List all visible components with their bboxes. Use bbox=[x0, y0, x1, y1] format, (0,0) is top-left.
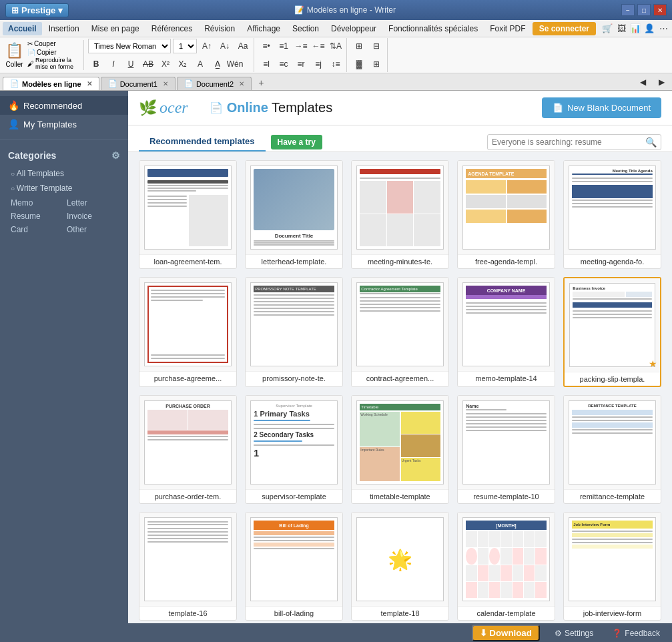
restore-button[interactable]: □ bbox=[637, 4, 651, 16]
bold-btn[interactable]: B bbox=[88, 56, 104, 72]
outdent-btn[interactable]: ←≡ bbox=[310, 38, 326, 54]
bullet-list-btn[interactable]: ≡• bbox=[258, 38, 274, 54]
insert-table-btn[interactable]: ⊟ bbox=[368, 38, 384, 54]
template-card-9[interactable]: Business Invoice bbox=[563, 277, 661, 387]
menu-affichage[interactable]: Affichage bbox=[242, 22, 286, 35]
menu-fonctionnalites[interactable]: Fonctionnalités spéciales bbox=[383, 22, 483, 35]
tab-scroll-right[interactable]: ▶ bbox=[653, 74, 669, 90]
template-card-8[interactable]: COMPANY NAME memo-template-14 bbox=[457, 277, 555, 387]
sub-resume[interactable]: Resume bbox=[11, 210, 61, 222]
underline-btn[interactable]: U bbox=[123, 56, 139, 72]
tab-recommended-templates[interactable]: Recommended templates bbox=[139, 132, 266, 151]
shading-btn[interactable]: ▓ bbox=[351, 56, 367, 72]
minimize-button[interactable]: − bbox=[621, 4, 635, 16]
italic-btn[interactable]: I bbox=[105, 56, 121, 72]
tab-close-1[interactable]: ✕ bbox=[87, 80, 92, 87]
font-selector[interactable]: Times New Roman bbox=[88, 39, 171, 53]
menu-developpeur[interactable]: Développeur bbox=[326, 22, 382, 35]
person-icon[interactable]: 👤 bbox=[643, 23, 655, 35]
superscript-btn[interactable]: X² bbox=[157, 56, 174, 72]
template-card-6[interactable]: PROMISSORY NOTE TEMPLATE bbox=[245, 277, 343, 387]
sort-btn[interactable]: ⇅A bbox=[328, 38, 344, 54]
template-card-16[interactable]: Bill of Lading bill-of-lading bbox=[245, 512, 343, 621]
template-grid-container[interactable]: loan-agreement-tem. Document Title bbox=[128, 152, 672, 623]
menu-insertion[interactable]: Insertion bbox=[43, 22, 85, 35]
sub-invoice[interactable]: Invoice bbox=[67, 210, 117, 222]
template-card-13[interactable]: Name resume-templat bbox=[457, 395, 555, 504]
template-card-14[interactable]: REMITTANCE TEMPLATE remittance-tem bbox=[563, 395, 661, 504]
close-button[interactable]: ✕ bbox=[653, 4, 667, 16]
more-icon[interactable]: ⋯ bbox=[657, 23, 669, 35]
tab-close-3[interactable]: ✕ bbox=[239, 80, 244, 87]
sidebar-item-my-templates[interactable]: 👤 My Templates bbox=[0, 115, 128, 133]
template-card-3[interactable]: AGENDA TEMPLATE bbox=[457, 160, 555, 269]
template-card-10[interactable]: PURCHASE ORDER bbox=[139, 395, 237, 504]
menu-revision[interactable]: Révision bbox=[199, 22, 240, 35]
category-all-templates[interactable]: All Templates bbox=[0, 166, 128, 181]
settings-button[interactable]: ⚙ Settings bbox=[551, 627, 597, 639]
template-card-11[interactable]: Supervisor Template 1 Primary Tasks 2 Se… bbox=[245, 395, 343, 504]
prestige-button[interactable]: ⊞ Prestige ▾ bbox=[5, 3, 69, 17]
increase-font-btn[interactable]: A↑ bbox=[199, 38, 215, 54]
tab-close-2[interactable]: ✕ bbox=[163, 80, 168, 87]
tab-modeles-en-ligne[interactable]: 📄 Modèles en ligne ✕ bbox=[3, 77, 99, 90]
category-writer-template[interactable]: Writer Template bbox=[0, 181, 128, 196]
align-center-btn[interactable]: ≡c bbox=[276, 56, 292, 72]
borders-btn[interactable]: ⊞ bbox=[368, 56, 384, 72]
table-btn[interactable]: ⊞ bbox=[351, 38, 367, 54]
feedback-button[interactable]: ❓ Feedback bbox=[608, 627, 664, 639]
font-color-btn[interactable]: A bbox=[192, 56, 208, 72]
menu-section[interactable]: Section bbox=[287, 22, 324, 35]
download-button[interactable]: ⬇ Download bbox=[472, 625, 540, 641]
align-left-btn[interactable]: ≡l bbox=[258, 56, 274, 72]
menu-accueil[interactable]: Accueil bbox=[3, 22, 42, 35]
template-card-18[interactable]: [MONTH] calendar-template bbox=[457, 512, 555, 621]
font-size-selector[interactable]: 12 bbox=[173, 39, 197, 53]
tab-scroll-left[interactable]: ◀ bbox=[635, 74, 651, 90]
user-icon: 👤 bbox=[8, 119, 19, 129]
menu-mise-en-page[interactable]: Mise en page bbox=[86, 22, 145, 35]
new-blank-document-button[interactable]: 📄 New Blank Document bbox=[542, 97, 661, 118]
strikethrough-btn[interactable]: AB bbox=[140, 56, 156, 72]
tab-document2[interactable]: 📄 Document2 ✕ bbox=[177, 77, 252, 90]
line-spacing-btn[interactable]: ↕≡ bbox=[328, 56, 344, 72]
template-card-17[interactable]: 🌟 template-18 bbox=[351, 512, 449, 621]
menu-foxit[interactable]: Foxit PDF bbox=[484, 22, 531, 35]
paste-icon[interactable]: 📋 bbox=[5, 42, 23, 59]
subscript-btn[interactable]: X₂ bbox=[175, 56, 191, 72]
sub-other[interactable]: Other bbox=[67, 224, 117, 236]
sub-letter[interactable]: Letter bbox=[67, 197, 117, 209]
template-card-5[interactable]: purchase-agreeme... bbox=[139, 277, 237, 387]
tab-document1[interactable]: 📄 Document1 ✕ bbox=[101, 77, 176, 90]
clear-format-btn[interactable]: Aa bbox=[235, 38, 251, 54]
sub-card[interactable]: Card bbox=[11, 224, 61, 236]
feedback-icon: ❓ bbox=[612, 629, 622, 638]
connect-button[interactable]: Se connecter bbox=[533, 22, 596, 35]
template-card-7[interactable]: Contractor Agreement Template contra bbox=[351, 277, 449, 387]
align-justify-btn[interactable]: ≡j bbox=[310, 56, 326, 72]
add-tab-button[interactable]: + bbox=[253, 75, 269, 90]
sidebar-item-recommended[interactable]: 🔥 Recommended bbox=[0, 96, 128, 115]
template-card-15[interactable]: template-16 bbox=[139, 512, 237, 621]
template-card-0[interactable]: loan-agreement-tem. bbox=[139, 160, 237, 269]
settings-gear-icon[interactable]: ⚙ bbox=[111, 150, 120, 161]
template-card-19[interactable]: Job Interview Form job-interview-form bbox=[563, 512, 661, 621]
cart-icon[interactable]: 🛒 bbox=[601, 23, 613, 35]
numbered-list-btn[interactable]: ≡1 bbox=[276, 38, 292, 54]
decrease-font-btn[interactable]: A↓ bbox=[217, 38, 233, 54]
chart-icon[interactable]: 📊 bbox=[629, 23, 641, 35]
highlight-btn[interactable]: A̲ bbox=[210, 56, 226, 72]
image-icon[interactable]: 🖼 bbox=[615, 23, 627, 35]
align-right-btn[interactable]: ≡r bbox=[293, 56, 309, 72]
search-icon[interactable]: 🔍 bbox=[645, 137, 657, 147]
template-card-12[interactable]: Timetable Working Schedule Important Rul… bbox=[351, 395, 449, 504]
search-input[interactable] bbox=[492, 137, 645, 147]
menu-references[interactable]: Références bbox=[146, 22, 198, 35]
have-a-try-badge[interactable]: Have a try bbox=[271, 135, 322, 149]
template-card-2[interactable]: meeting-minutes-te. bbox=[351, 160, 449, 269]
template-card-4[interactable]: Meeting Title Agenda bbox=[563, 160, 661, 269]
template-card-1[interactable]: Document Title letterhead-template. bbox=[245, 160, 343, 269]
indent-btn[interactable]: →≡ bbox=[293, 38, 309, 54]
special-char-btn[interactable]: Wén bbox=[227, 56, 243, 72]
sub-memo[interactable]: Memo bbox=[11, 197, 61, 209]
